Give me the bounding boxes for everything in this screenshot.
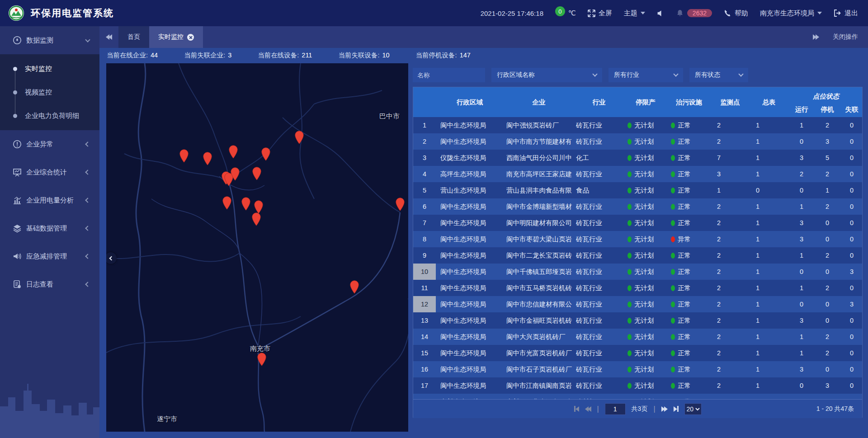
sidebar-item-base-data[interactable]: 基础数据管理	[0, 214, 99, 242]
map-pin[interactable]	[179, 149, 189, 163]
org-user-dropdown[interactable]: 南充市生态环境局	[760, 9, 822, 18]
table-row[interactable]: 7阆中生态环境局阆中明阳建材有限公司砖瓦行业无计划正常21300	[413, 215, 862, 231]
app-title: 环保用电监管系统	[31, 7, 114, 19]
map-pin[interactable]	[252, 212, 261, 226]
map-pin[interactable]	[257, 353, 266, 366]
map-pin[interactable]	[396, 198, 405, 211]
table-row[interactable]: 2阆中生态环境局阆中市南方节能建材有砖瓦行业无计划正常21030	[413, 133, 862, 150]
sidebar-item-label: 应急减排管理	[26, 252, 67, 261]
tab-home[interactable]: 首页	[118, 26, 149, 48]
cell-region: 阆中生态环境局	[436, 264, 504, 280]
table-row[interactable]: 16阆中生态环境局阆中市石子页岩机砖厂砖瓦行业无计划正常21300	[413, 361, 862, 377]
sidebar-subitem[interactable]: 企业电力负荷明细	[0, 104, 99, 127]
tabs-scroll-left-button[interactable]	[99, 26, 118, 48]
cell-stopped: 2	[815, 166, 840, 182]
cell-company[interactable]: 西南油气田分公司川中	[504, 150, 574, 166]
voice-mute-button[interactable]	[657, 9, 665, 17]
right-panel: 行政区域名称 所有行业 所有状态 行政区域 企业 行业 停限	[413, 63, 863, 432]
table-row[interactable]: 17阆中生态环境局阆中市江南镇阆南页岩砖瓦行业无计划正常21030	[413, 377, 862, 394]
map-pin[interactable]	[261, 147, 270, 161]
cell-company[interactable]: 阆中市石子页岩机砖厂	[504, 361, 574, 377]
sidebar-item-data-monitor[interactable]: 数据监测	[0, 26, 99, 54]
table-row[interactable]: 3仪陇生态环境局西南油气田分公司川中化工无计划正常71350	[413, 150, 862, 166]
map-canvas[interactable]: 巴中市南充市遂宁市	[106, 63, 408, 432]
tab-close-icon[interactable]	[187, 34, 194, 41]
page-size-select[interactable]: 20	[684, 403, 702, 415]
cell-running: 1	[788, 345, 815, 361]
status-select[interactable]: 所有状态	[689, 68, 748, 82]
table-row[interactable]: 8阆中生态环境局阆中市枣碧大梁山页岩砖瓦行业无计划异常21300	[413, 231, 862, 247]
table-row[interactable]: 14阆中生态环境局阆中大兴页岩机砖厂砖瓦行业无计划正常21120	[413, 329, 862, 345]
skyline-decoration	[0, 379, 99, 438]
fullscreen-button[interactable]: 全屏	[588, 9, 612, 18]
table-row[interactable]: 4高坪生态环境局南充市高坪区王家店建砖瓦行业无计划正常31220	[413, 166, 862, 182]
cell-company[interactable]: 阆中市枣碧大梁山页岩	[504, 231, 574, 247]
cell-company[interactable]: 阆中明阳建材有限公司	[504, 215, 574, 231]
sidebar-item-enterprise-stats[interactable]: 企业综合统计	[0, 158, 99, 186]
cell-stopped: 2	[815, 198, 840, 215]
table-row[interactable]: 9阆中生态环境局阆中市二龙长宝页岩砖砖瓦行业无计划正常21120	[413, 247, 862, 264]
page-number-input[interactable]	[605, 403, 626, 415]
map-pin[interactable]	[222, 196, 231, 210]
theme-dropdown[interactable]: 主题	[624, 9, 645, 18]
double-left-arrow-icon	[106, 34, 112, 40]
table-row[interactable]: 10阆中生态环境局阆中千佛镇五郎垭页岩砖瓦行业无计划正常21003	[413, 264, 862, 280]
help-button[interactable]: 帮助	[724, 9, 748, 18]
sidebar-subitem[interactable]: 实时监控	[0, 57, 99, 80]
table-row[interactable]: 15阆中生态环境局阆中市光富页岩机砖厂砖瓦行业无计划正常21120	[413, 345, 862, 361]
cell-industry: 砖瓦行业	[574, 377, 624, 394]
cell-company[interactable]: 阆中市金博瑞新型墙材	[504, 198, 574, 215]
first-page-button[interactable]	[574, 406, 579, 412]
cell-company[interactable]: 阆中千佛镇五郎垭页岩	[504, 264, 574, 280]
map-pin[interactable]	[350, 280, 359, 294]
cell-company[interactable]: 营山县润丰肉食品有限	[504, 182, 574, 198]
table-row[interactable]: 13阆中生态环境局阆中市金福旺页岩机砖砖瓦行业无计划正常21300	[413, 312, 862, 329]
industry-select[interactable]: 所有行业	[609, 68, 683, 82]
tabs-scroll-right-button[interactable]	[813, 34, 819, 40]
logout-button[interactable]: 退出	[834, 9, 858, 18]
cell-company[interactable]: 南充市高坪区王家店建	[504, 166, 574, 182]
cell-company[interactable]: 南部县双华水泥有限公	[504, 394, 574, 399]
cell-company[interactable]: 阆中市南方节能建材有	[504, 133, 574, 150]
sidebar-item-enterprise-abnormal[interactable]: 企业异常	[0, 130, 99, 158]
cell-company[interactable]: 阆中市江南镇阆南页岩	[504, 377, 574, 394]
notification-bell[interactable]: 2632	[676, 9, 712, 17]
next-page-button[interactable]	[661, 406, 668, 412]
status-dot-icon	[671, 285, 675, 291]
name-search-input[interactable]	[413, 68, 485, 82]
sidebar-item-emergency[interactable]: 应急减排管理	[0, 242, 99, 270]
cell-company[interactable]: 阆中市忠信建材有限公	[504, 296, 574, 312]
status-dot-icon	[627, 188, 632, 193]
cell-pollution-facility: 正常	[667, 329, 711, 345]
map-pin[interactable]	[231, 167, 240, 181]
cell-company[interactable]: 阆中强锐页岩砖厂	[504, 117, 574, 133]
table-row[interactable]: 1阆中生态环境局阆中强锐页岩砖厂砖瓦行业无计划正常21120	[413, 117, 862, 133]
cell-region: 阆中生态环境局	[436, 377, 504, 394]
stat-value: 10	[382, 52, 389, 59]
tab-realtime-monitor[interactable]: 实时监控	[149, 26, 203, 48]
cell-company[interactable]: 阆中市五马桥页岩机砖	[504, 280, 574, 296]
table-row[interactable]: 12阆中生态环境局阆中市忠信建材有限公砖瓦行业无计划正常21003	[413, 296, 862, 312]
map-pin[interactable]	[203, 152, 212, 165]
cell-company[interactable]: 阆中市光富页岩机砖厂	[504, 345, 574, 361]
map-pin[interactable]	[252, 167, 261, 180]
sidebar-item-power-analysis[interactable]: 企业用电量分析	[0, 186, 99, 214]
map-pin[interactable]	[229, 145, 238, 159]
sidebar-item-logs[interactable]: 日志查看	[0, 270, 99, 298]
last-page-button[interactable]	[674, 406, 679, 412]
cell-company[interactable]: 阆中大兴页岩机砖厂	[504, 329, 574, 345]
table-row[interactable]: 11阆中生态环境局阆中市五马桥页岩机砖砖瓦行业无计划正常21120	[413, 280, 862, 296]
map-pin[interactable]	[241, 197, 250, 211]
table-row[interactable]: 6阆中生态环境局阆中市金博瑞新型墙材砖瓦行业无计划正常21120	[413, 198, 862, 215]
close-operations-button[interactable]: 关闭操作	[833, 33, 858, 41]
cell-company[interactable]: 阆中市金福旺页岩机砖	[504, 312, 574, 329]
table-row[interactable]: 5营山生态环境局营山县润丰肉食品有限食品无计划正常10010	[413, 182, 862, 198]
sidebar-subitem[interactable]: 视频监控	[0, 80, 99, 104]
cell-company[interactable]: 阆中市二龙长宝页岩砖	[504, 247, 574, 264]
chevron-down-icon	[738, 71, 743, 76]
map-pin[interactable]	[295, 131, 304, 144]
prev-page-button[interactable]	[585, 406, 591, 412]
map-pin[interactable]	[254, 200, 263, 214]
region-select[interactable]: 行政区域名称	[491, 68, 602, 82]
table-row[interactable]: 18南部生态环境局南部县双华水泥有限公建材加工无计划正常60060	[413, 394, 862, 399]
